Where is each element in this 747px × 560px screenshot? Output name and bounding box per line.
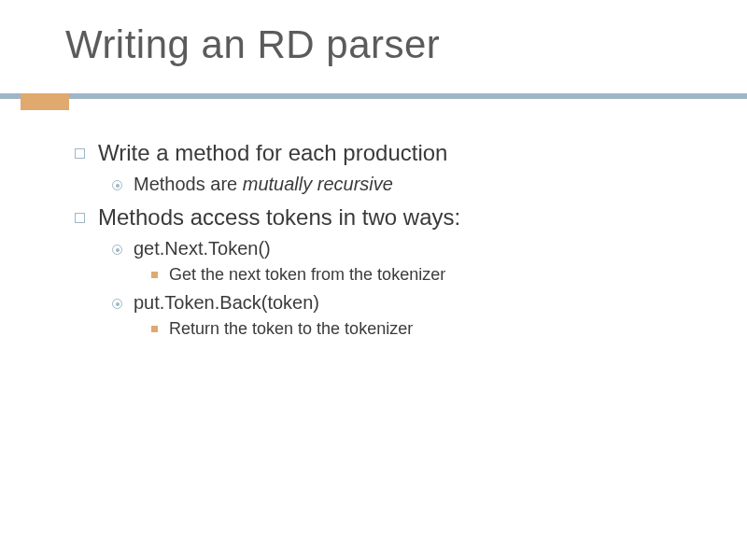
circle-bullet-icon — [112, 245, 122, 255]
square-bullet-icon — [75, 213, 85, 223]
circle-bullet-icon — [112, 299, 122, 309]
list-item: Methods access tokens in two ways: — [75, 204, 710, 231]
text-prefix: Methods are — [134, 174, 243, 194]
small-square-bullet-icon — [151, 326, 158, 332]
slide-title: Writing an RD parser — [65, 22, 440, 67]
list-item-text: Methods are mutually recursive — [134, 174, 710, 195]
list-item-text: Write a method for each production — [98, 140, 710, 166]
divider-line — [0, 93, 747, 99]
list-item: put.Token.Back(token) — [112, 292, 710, 314]
list-item-text: Get the next token from the tokenizer — [169, 265, 710, 285]
text-emphasis: mutually recursive — [243, 174, 393, 194]
list-item-text: put.Token.Back(token) — [134, 292, 710, 314]
list-item: Return the token to the tokenizer — [151, 319, 710, 339]
circle-bullet-icon — [112, 180, 122, 190]
list-item-text: Return the token to the tokenizer — [169, 319, 710, 339]
list-item: get.Next.Token() — [112, 238, 710, 259]
square-bullet-icon — [75, 148, 85, 159]
list-item-text: Methods access tokens in two ways: — [98, 204, 710, 231]
list-item-text: get.Next.Token() — [134, 238, 710, 259]
list-item: Write a method for each production — [75, 140, 710, 166]
list-item: Methods are mutually recursive — [112, 174, 710, 195]
content-area: Write a method for each production Metho… — [75, 131, 710, 343]
slide: Writing an RD parser Write a method for … — [0, 0, 747, 560]
small-square-bullet-icon — [151, 272, 158, 278]
list-item: Get the next token from the tokenizer — [151, 265, 710, 285]
divider-accent — [21, 93, 69, 110]
